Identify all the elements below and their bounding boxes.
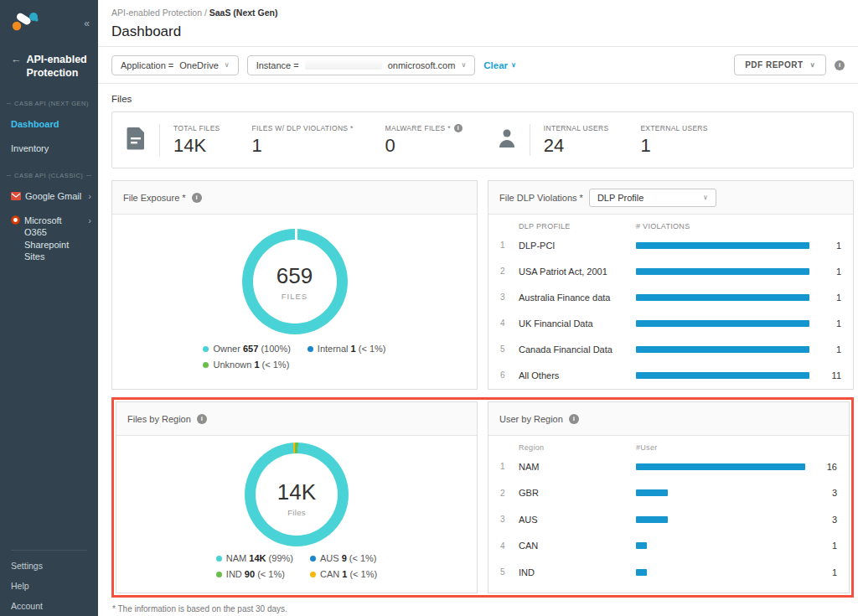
files-section-title: Files [111,94,854,104]
user-table-row[interactable]: 5 IND 1 [488,559,849,586]
sidebar-section-classic: CASB API (CLASSIC) [0,160,98,184]
user-bar [636,516,668,523]
user-table-row[interactable]: 1 NAM 16 [488,453,849,480]
sidebar-item-dashboard[interactable]: Dashboard [0,112,98,136]
sidebar-item-account[interactable]: Account [0,596,98,616]
netskope-logo-icon [11,11,41,35]
filter-instance-label: Instance = [256,60,299,70]
filter-bar: Application = OneDrive ∨ Instance = onmi… [98,47,858,84]
sidebar-item-microsoft-o365[interactable]: Microsoft O365 Sharepoint Sites › [0,209,98,268]
chevron-right-icon: › [88,190,91,202]
owner-dot-icon [203,346,209,352]
page-title: Dashboard [111,23,845,40]
file-icon [126,127,146,153]
sidebar-logo-row: « [0,0,98,40]
legend-item-ind: IND 90 (< 1%) [216,569,293,579]
filter-application-value: OneDrive [179,60,218,70]
stat-internal-users: INTERNAL USERS 24 [544,124,609,157]
file-exposure-info-icon[interactable]: i [192,193,202,203]
sidebar-item-help[interactable]: Help [0,576,98,596]
donut-center-value: 659 [277,263,313,289]
sidebar-section-next-gen: CASB API (NEXT GEN) [0,88,98,112]
stat-dlp-violations: FILES W/ DLP VIOLATIONS * 1 [252,124,354,157]
pdf-report-info-icon[interactable]: i [835,60,845,70]
breadcrumb: API-enabled Protection / SaaS (Next Gen) [111,8,845,18]
sidebar: « ← API-enabled Protection CASB API (NEX… [0,0,98,616]
user-table-header: Region #User [488,436,849,453]
breadcrumb-prefix[interactable]: API-enabled Protection / [111,8,209,18]
stat-external-users: EXTERNAL USERS 1 [640,124,707,157]
violations-bar [636,268,809,275]
user-table-row[interactable]: 2 GBR 3 [488,480,849,507]
dashboard-content: Files TOTAL FILES 14K FILES W/ DLP VIOLA… [98,84,858,616]
sidebar-item-settings[interactable]: Settings [0,556,98,576]
page-header: API-enabled Protection / SaaS (Next Gen)… [98,0,858,47]
highlighted-region-panels: Files by Region i 14K Files NAM 14K (99%… [111,397,854,598]
malware-info-icon[interactable]: i [454,124,463,132]
footnote: * The information is based on the past 3… [112,604,854,613]
donut-center-value: 14K [277,479,316,505]
stat-malware-files: MALWARE FILES * i 0 [385,124,463,157]
back-arrow-icon: ← [11,54,22,80]
unknown-dot-icon [203,362,209,368]
dlp-table-row[interactable]: 4 UK Financial Data 1 [488,310,853,336]
dlp-table-row[interactable]: 1 DLP-PCI 1 [488,232,853,258]
filter-application[interactable]: Application = OneDrive ∨ [111,55,239,75]
redacted-instance-name [305,60,382,70]
file-dlp-violations-panel: File DLP Violations * DLP Profile ∨ DLP … [488,180,854,390]
file-exposure-panel: File Exposure * i 659 FILES Owner 657 (1… [111,180,478,390]
ind-dot-icon [216,572,222,577]
user-table-row[interactable]: 3 AUS 3 [488,506,849,533]
user-bar [636,463,805,470]
sidebar-item-label: Inventory [11,142,49,154]
chevron-down-icon: ∨ [461,61,466,69]
user-by-region-panel: User by Region i Region #User 1 NAM 16 2… [488,401,850,593]
files-by-region-info-icon[interactable]: i [197,414,207,424]
legend-item-can: CAN 1 (< 1%) [310,569,377,579]
dlp-table-row[interactable]: 3 Australia Finance data 1 [488,284,853,310]
chevron-right-icon: › [88,215,91,226]
pdf-report-button[interactable]: PDF REPORT ∨ [734,54,826,75]
file-dlp-title: File DLP Violations * [499,193,583,203]
violations-bar [636,346,809,353]
dlp-table-header: DLP PROFILE # VIOLATIONS [488,215,853,232]
user-bar [636,569,647,576]
sidebar-item-label: Microsoft O365 Sharepoint Sites [24,215,84,262]
user-icon [498,127,516,153]
files-by-region-legend: NAM 14K (99%) AUS 9 (< 1%) IND 90 (< 1%)… [116,553,477,579]
legend-item-nam: NAM 14K (99%) [216,553,293,563]
violations-bar [636,320,809,327]
file-exposure-legend: Owner 657 (100%) Internal 1 (< 1%) Unkno… [112,344,477,370]
filter-instance-suffix: onmicrosoft.com [388,60,456,70]
aus-dot-icon [310,556,316,562]
filter-instance[interactable]: Instance = onmicrosoft.com ∨ [247,55,476,75]
sidebar-back-label: API-enabled Protection [27,54,92,80]
dlp-profile-select[interactable]: DLP Profile ∨ [589,189,716,207]
sidebar-item-google-gmail[interactable]: Google Gmail › [0,184,98,209]
dlp-table-row[interactable]: 2 USA Patriot Act, 2001 1 [488,258,853,284]
legend-item-aus: AUS 9 (< 1%) [310,553,377,563]
file-exposure-title: File Exposure * [123,193,186,203]
violations-bar [636,372,809,379]
violations-bar [636,242,809,249]
chevron-down-icon: ∨ [703,194,708,201]
filter-application-label: Application = [121,60,173,70]
user-by-region-info-icon[interactable]: i [569,414,579,424]
user-bar [636,542,647,549]
sidebar-back-link[interactable]: ← API-enabled Protection [0,40,98,88]
breadcrumb-current: SaaS (Next Gen) [209,8,278,18]
dlp-table-row[interactable]: 6 All Others 11 [488,362,853,388]
can-dot-icon [310,572,316,577]
sidebar-item-label: Dashboard [11,118,59,130]
clear-filters-link[interactable]: Clear ∨ [483,60,516,70]
legend-item-internal: Internal 1 (< 1%) [308,344,386,354]
sidebar-item-inventory[interactable]: Inventory [0,137,98,160]
dlp-table-row[interactable]: 5 Canada Financial Data 1 [488,336,853,362]
internal-dot-icon [308,346,313,352]
sidebar-collapse-icon[interactable]: « [84,18,90,29]
user-table-row[interactable]: 4 CAN 1 [488,533,849,560]
user-by-region-title: User by Region [499,414,563,424]
stat-total-files: TOTAL FILES 14K [173,124,220,157]
summary-stats-card: TOTAL FILES 14K FILES W/ DLP VIOLATIONS … [111,111,854,168]
files-by-region-title: Files by Region [127,414,191,424]
